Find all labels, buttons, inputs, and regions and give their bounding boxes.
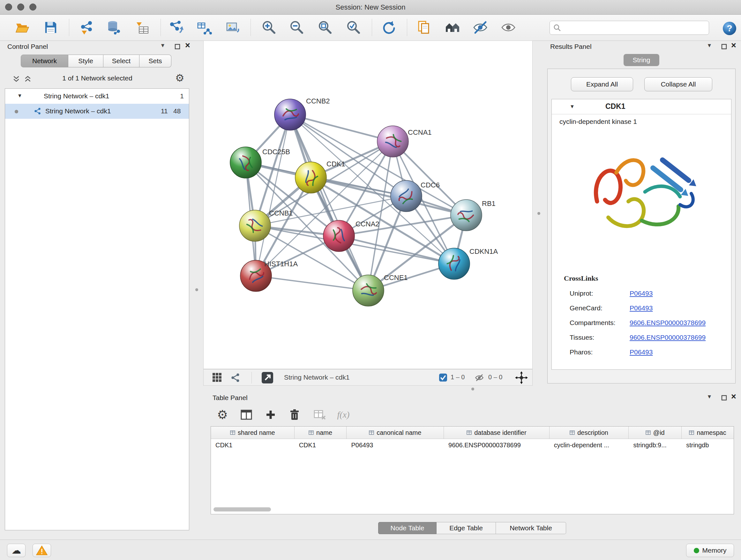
crosslink-row-pharos: Pharos: P06493: [552, 347, 731, 359]
cloud-status-button[interactable]: ☁: [7, 544, 25, 557]
right-splitter-handle[interactable]: [537, 212, 540, 215]
save-session-button[interactable]: [42, 18, 60, 37]
minimize-window-icon[interactable]: [17, 3, 24, 10]
column-header-namespace[interactable]: namespac: [682, 427, 734, 439]
table-panel-header: Table Panel ▼ ×: [207, 392, 737, 404]
create-column-button[interactable]: [262, 406, 280, 424]
tab-sets[interactable]: Sets: [139, 55, 172, 67]
delete-table-button-disabled[interactable]: [311, 406, 329, 424]
selected-checkbox-icon[interactable]: [439, 374, 447, 381]
table-row[interactable]: CDK1 CDK1 P06493 9606.ENSP00000378699 cy…: [211, 439, 734, 451]
network-canvas[interactable]: CCNB2CCNA1CDC25BCDK1CDC6RB1CCNB1CCNA2CDK…: [203, 41, 533, 369]
node-CCNB1[interactable]: [239, 210, 271, 241]
export-view-icon[interactable]: [261, 371, 274, 384]
network-row-selected[interactable]: String Network – cdk1 11 48: [5, 104, 189, 119]
edge-CCNB2-HIST1H1A[interactable]: [256, 115, 290, 276]
collapse-all-button[interactable]: Collapse All: [644, 77, 712, 91]
panel-menu-icon[interactable]: ▼: [705, 394, 714, 400]
svg-text:?: ?: [727, 23, 732, 33]
crosslink-link[interactable]: P06493: [630, 348, 653, 356]
column-header-description[interactable]: description: [549, 427, 629, 439]
float-panel-icon[interactable]: [721, 395, 727, 401]
tab-edge-table[interactable]: Edge Table: [436, 522, 496, 534]
import-network-from-file-button[interactable]: [78, 18, 96, 37]
panel-menu-icon[interactable]: ▼: [705, 43, 714, 49]
tab-style[interactable]: Style: [68, 55, 104, 67]
column-header-database-identifier[interactable]: database identifier: [444, 427, 549, 439]
pan-crosshair-icon[interactable]: [515, 371, 528, 384]
node-RB1[interactable]: [451, 199, 482, 231]
network-overview-button[interactable]: [444, 18, 461, 37]
close-panel-icon[interactable]: ×: [730, 392, 738, 401]
left-splitter-handle[interactable]: [195, 288, 198, 291]
show-all-button[interactable]: [499, 18, 517, 37]
zoom-in-button[interactable]: [260, 18, 278, 37]
crosslink-link[interactable]: P06493: [630, 290, 653, 297]
node-CCNE1[interactable]: [353, 275, 384, 306]
memory-button[interactable]: Memory: [686, 544, 734, 557]
hide-selected-button[interactable]: [471, 18, 489, 37]
table-options-button[interactable]: ⚙: [213, 406, 231, 424]
node-CDC25B[interactable]: [230, 147, 261, 178]
import-table-from-file-button[interactable]: [133, 18, 151, 37]
new-network-button[interactable]: [167, 18, 185, 37]
close-panel-icon[interactable]: ×: [730, 41, 738, 51]
show-columns-button[interactable]: [238, 406, 255, 424]
zoom-window-icon[interactable]: [29, 3, 37, 10]
network-glyph-icon[interactable]: [230, 373, 241, 383]
expand-all-button[interactable]: Expand All: [571, 77, 633, 91]
edge-CCNE1-HIST1H1A[interactable]: [256, 276, 368, 291]
tab-select[interactable]: Select: [104, 55, 139, 67]
node-label-CDK1: CDK1: [327, 160, 345, 168]
refresh-view-button[interactable]: [380, 18, 398, 37]
column-label: @id: [653, 429, 665, 436]
node-label-CDC6: CDC6: [421, 181, 440, 189]
clone-network-button[interactable]: [415, 18, 433, 37]
horizontal-scrollbar-thumb[interactable]: [213, 507, 271, 511]
column-header-shared-name[interactable]: shared name: [211, 427, 294, 439]
close-panel-icon[interactable]: ×: [184, 41, 192, 51]
birdseye-grid-icon[interactable]: [211, 372, 223, 383]
string-results-tab[interactable]: String: [623, 54, 659, 66]
tree-expand-icon[interactable]: ▼: [17, 93, 22, 99]
search-icon: [553, 23, 561, 32]
node-CDKN1A[interactable]: [439, 248, 470, 279]
delete-column-button[interactable]: [286, 406, 304, 424]
zoom-fit-button[interactable]: [316, 18, 334, 37]
node-CDK1[interactable]: [295, 162, 327, 193]
close-window-icon[interactable]: [5, 3, 12, 10]
gene-section-header[interactable]: ▼ CDK1: [552, 99, 731, 114]
search-input[interactable]: [563, 21, 709, 34]
crosslink-link[interactable]: 9606.ENSP00000378699: [630, 334, 705, 341]
function-builder-button-disabled[interactable]: f(x): [334, 406, 352, 424]
help-button[interactable]: ?: [721, 19, 738, 37]
column-header-canonical-name[interactable]: canonical name: [347, 427, 444, 439]
node-CCNB2[interactable]: [274, 99, 306, 130]
tab-network-table[interactable]: Network Table: [496, 522, 566, 534]
open-session-button[interactable]: [13, 18, 31, 37]
node-CCNA1[interactable]: [377, 126, 408, 157]
network-collection-row[interactable]: ▼ String Network – cdk1 1: [5, 89, 189, 104]
column-header-at-id[interactable]: @id: [629, 427, 682, 439]
float-panel-icon[interactable]: [174, 44, 181, 50]
section-collapse-icon[interactable]: ▼: [569, 104, 575, 110]
import-network-from-database-button[interactable]: [105, 18, 123, 37]
export-image-button[interactable]: [224, 18, 242, 37]
crosslink-link[interactable]: P06493: [630, 304, 653, 312]
zoom-out-button[interactable]: [288, 18, 306, 37]
node-CCNA2[interactable]: [323, 220, 354, 252]
toolbar-separator: [69, 19, 69, 36]
edge-CCNB2-CCNE1[interactable]: [290, 115, 368, 291]
panel-menu-icon[interactable]: ▼: [158, 43, 167, 49]
network-options-gear-icon[interactable]: ⚙: [175, 73, 185, 83]
node-CDC6[interactable]: [391, 180, 422, 212]
horizontal-splitter-handle[interactable]: [471, 388, 474, 390]
warnings-button[interactable]: [32, 544, 51, 557]
new-network-from-table-button[interactable]: [195, 18, 213, 37]
column-header-name[interactable]: name: [294, 427, 347, 439]
crosslink-link[interactable]: 9606.ENSP00000378699: [630, 319, 705, 327]
zoom-selected-button[interactable]: [345, 18, 362, 37]
tab-node-table[interactable]: Node Table: [378, 522, 436, 534]
float-panel-icon[interactable]: [721, 44, 727, 50]
tab-network[interactable]: Network: [21, 55, 68, 67]
